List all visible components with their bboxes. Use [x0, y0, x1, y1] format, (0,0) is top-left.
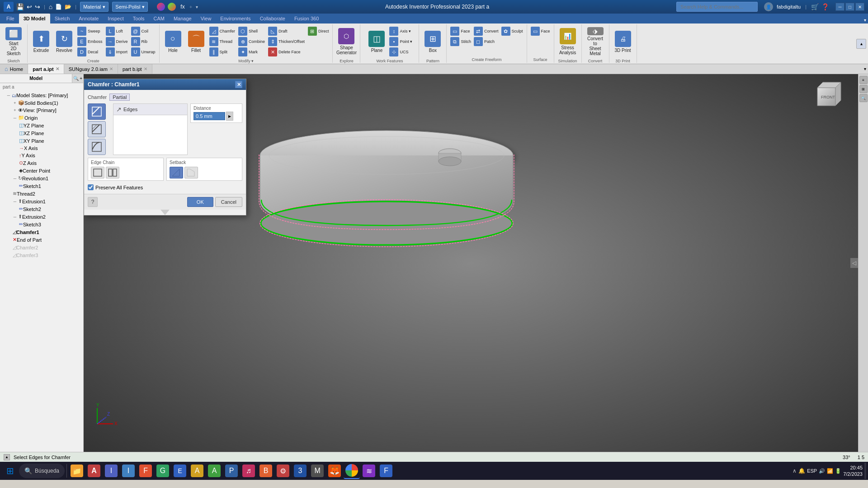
dialog-ok-btn[interactable]: OK	[187, 197, 213, 207]
tab-tools[interactable]: Tools	[128, 14, 149, 23]
taskbar-app-f2[interactable]: F	[378, 463, 394, 479]
tree-item-chamfer3[interactable]: ◿ Chamfer3	[0, 251, 83, 259]
taskbar-app-m[interactable]: M	[309, 463, 326, 479]
ribbon-item-combine[interactable]: ⊕Combine	[237, 37, 266, 47]
status-expand-btn[interactable]: ▲	[4, 454, 10, 460]
tree-expand-solid-bodies[interactable]: +	[13, 101, 17, 105]
tray-wifi[interactable]: 📶	[827, 468, 833, 474]
tab-collaborate[interactable]: Collaborate	[255, 14, 290, 23]
ribbon-item-shape-generator[interactable]: ⬡ ShapeGenerator	[335, 26, 357, 57]
ribbon-item-import[interactable]: ⇓Import	[105, 47, 129, 57]
taskbar-app-wave[interactable]: ≋	[361, 463, 377, 479]
search-input[interactable]	[676, 2, 758, 12]
ribbon-item-fillet[interactable]: ⌒ Fillet	[185, 26, 207, 57]
taskbar-app-a3[interactable]: A	[206, 463, 222, 479]
taskbar-app-a2[interactable]: A	[189, 463, 205, 479]
ribbon-item-direct[interactable]: ⊞Direct	[307, 26, 330, 36]
ribbon-expand-btn[interactable]: ▾	[864, 18, 866, 23]
tray-arrow[interactable]: ∧	[793, 468, 797, 474]
taskbar-chrome[interactable]	[344, 463, 360, 479]
ribbon-item-convert-sheet-metal[interactable]: ⬗ Convert toSheet Metal	[585, 26, 606, 57]
tab-part-b[interactable]: part b.ipt ✕	[118, 64, 152, 74]
ribbon-item-extrude[interactable]: ⬆ Extrude	[30, 26, 52, 57]
taskbar-app-i1[interactable]: I	[103, 463, 119, 479]
tab-manage[interactable]: Manage	[169, 14, 196, 23]
ribbon-item-emboss[interactable]: EEmboss	[76, 37, 104, 47]
ribbon-item-patch[interactable]: ◻Patch	[473, 37, 500, 47]
tab-part-b-close[interactable]: ✕	[144, 66, 147, 71]
ribbon-item-convert-ff[interactable]: ⇄Convert	[473, 26, 500, 36]
tray-lang[interactable]: ESP	[807, 468, 817, 474]
minimize-btn[interactable]: ─	[835, 3, 844, 11]
taskbar-app-3[interactable]: 3	[292, 463, 308, 479]
ribbon-item-3d-print[interactable]: 🖨 3D Print	[612, 26, 634, 57]
app-new-btn[interactable]: 📄	[55, 4, 62, 10]
tree-item-chamfer1[interactable]: ◿ Chamfer1	[0, 228, 83, 236]
ribbon-item-axis[interactable]: ↕Axis ▾	[388, 26, 413, 36]
tree-item-yz-plane[interactable]: ◫ YZ Plane	[0, 122, 83, 129]
taskbar-explorer[interactable]: 📁	[69, 463, 85, 479]
tree-item-z-axis[interactable]: ⊙ Z Axis	[0, 159, 83, 167]
tree-item-y-axis[interactable]: ↑ Y Axis	[0, 152, 83, 159]
search-input-container[interactable]	[676, 2, 758, 12]
tree-item-origin[interactable]: ─ 📁 Origin	[0, 114, 83, 122]
tree-item-center-point[interactable]: ◈ Center Point	[0, 167, 83, 174]
tray-volume[interactable]: 🔊	[819, 468, 825, 474]
ribbon-item-draft[interactable]: ◺Draft	[267, 26, 306, 36]
distance-expand-btn[interactable]: ▶	[226, 112, 233, 121]
quick-access-save[interactable]: 💾	[16, 3, 24, 10]
dialog-close-btn[interactable]: ✕	[235, 81, 242, 88]
tab-home[interactable]: ⌂ Home	[0, 64, 28, 74]
ribbon-collapse-btn[interactable]: ▴	[856, 39, 866, 49]
ribbon-item-box[interactable]: ⊞ Box	[422, 26, 443, 57]
tab-view[interactable]: View	[196, 14, 216, 23]
ribbon-item-split[interactable]: ∥Split	[208, 47, 236, 57]
taskbar-app-gear[interactable]: ⚙	[275, 463, 291, 479]
tree-expand-extrusion2[interactable]: ─	[13, 215, 17, 219]
tab-fusion360[interactable]: Fusion 360	[290, 14, 323, 23]
panel-search-btn[interactable]: 🔍	[73, 75, 79, 82]
tree-expand-revolution1[interactable]: ─	[13, 176, 17, 181]
ribbon-item-face2[interactable]: ▭Face	[530, 26, 551, 36]
help-icon[interactable]: ❓	[821, 3, 829, 10]
taskbar-app-g[interactable]: G	[155, 463, 171, 479]
tree-item-sketch2[interactable]: ✏ Sketch2	[0, 205, 83, 213]
ribbon-item-revolve[interactable]: ↻ Revolve	[53, 26, 75, 57]
tab-sketch[interactable]: Sketch	[50, 14, 75, 23]
right-panel-btn-1[interactable]: ≡	[859, 76, 868, 84]
windows-start-btn[interactable]: ⊞	[2, 463, 18, 479]
edge-chain-btn-2[interactable]	[106, 167, 119, 178]
viewport[interactable]: Y X Z FR	[84, 74, 858, 452]
app-home-btn[interactable]: ⌂	[49, 3, 52, 10]
show-desktop-btn[interactable]	[864, 463, 866, 479]
taskbar-firefox[interactable]: 🦊	[326, 463, 343, 479]
tree-item-xz-plane[interactable]: ◫ XZ Plane	[0, 129, 83, 137]
taskbar-app-i2[interactable]: I	[120, 463, 137, 479]
ribbon-item-plane[interactable]: ◫ Plane	[366, 26, 387, 57]
tab-sunguay-close[interactable]: ✕	[109, 66, 113, 71]
tree-expand-extrusion1[interactable]: ─	[13, 199, 17, 204]
quick-access-undo[interactable]: ↩	[27, 3, 32, 10]
ribbon-item-delete-face[interactable]: ✕Delete Face	[267, 47, 306, 57]
preserve-checkbox[interactable]	[88, 184, 94, 190]
panel-tab-model[interactable]: Model	[0, 74, 72, 83]
cart-icon[interactable]: 🛒	[811, 3, 819, 10]
taskbar-app-e[interactable]: E	[172, 463, 188, 479]
tree-item-end-of-part[interactable]: ✕ End of Part	[0, 236, 83, 244]
search-taskbar[interactable]: 🔍 Búsqueda	[19, 464, 65, 478]
tab-sunguay[interactable]: SUNguay 2.0.iam ✕	[64, 64, 118, 74]
tab-part-a-close[interactable]: ✕	[56, 66, 59, 71]
app-open-btn[interactable]: 📂	[65, 4, 71, 10]
tree-item-view[interactable]: + 👁 View: [Primary]	[0, 107, 83, 114]
taskbar-app-p[interactable]: P	[223, 463, 240, 479]
distance-input[interactable]	[193, 112, 225, 120]
fx-button[interactable]: fx	[179, 4, 186, 10]
tree-item-thread2[interactable]: ≋ Thread2	[0, 190, 83, 197]
ribbon-item-point[interactable]: •Point ▾	[388, 37, 413, 47]
tree-item-extrusion2[interactable]: ─ ⬆ Extrusion2	[0, 213, 83, 221]
tree-item-sketch3[interactable]: ✏ Sketch3	[0, 221, 83, 228]
right-panel-btn-2[interactable]: ⊞	[859, 85, 868, 93]
taskbar-app-b[interactable]: B	[258, 463, 274, 479]
ribbon-item-loft[interactable]: LLoft	[105, 26, 129, 36]
dialog-mode-btn-2[interactable]	[88, 121, 106, 137]
